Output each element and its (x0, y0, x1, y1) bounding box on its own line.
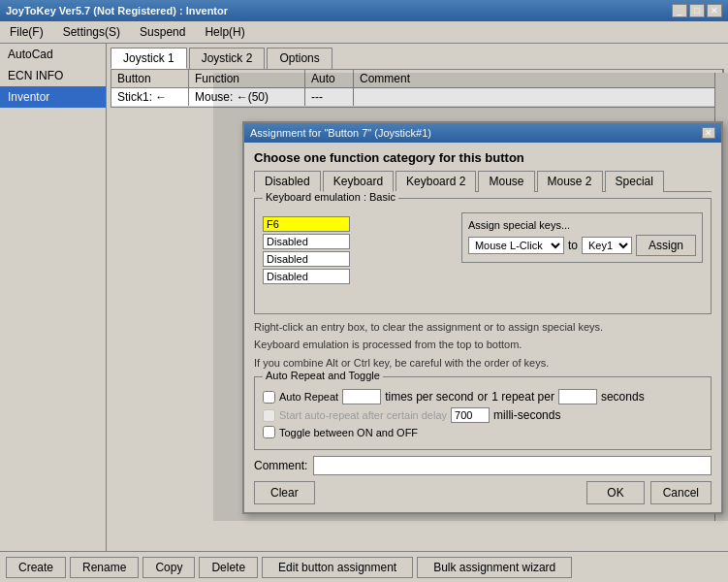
sidebar: AutoCad ECN INFO Inventor (0, 44, 107, 552)
sidebar-item-autocad[interactable]: AutoCad (0, 44, 106, 65)
dialog-tab-bar: Disabled Keyboard Keyboard 2 Mouse Mouse… (254, 171, 712, 192)
tab-disabled[interactable]: Disabled (254, 171, 321, 192)
start-delay-row: Start auto-repeat after certain delay mi… (263, 407, 703, 423)
cancel-button[interactable]: Cancel (650, 481, 712, 504)
menu-suspend[interactable]: Suspend (134, 23, 191, 41)
seconds-input[interactable] (558, 389, 597, 404)
dialog-close-icon[interactable]: ✕ (702, 127, 715, 139)
assign-button[interactable]: Assign (636, 235, 696, 256)
comment-row: Comment: (254, 456, 712, 475)
cell-button: Stick1: ← (111, 88, 189, 106)
menu-file[interactable]: File(F) (4, 23, 49, 41)
ms-input[interactable] (451, 407, 490, 423)
minimize-btn[interactable]: _ (672, 4, 687, 17)
tab-keyboard2[interactable]: Keyboard 2 (396, 171, 476, 192)
copy-button[interactable]: Copy (142, 557, 195, 578)
key-entry-1[interactable] (263, 216, 350, 232)
menu-bar: File(F) Settings(S) Suspend Help(H) (0, 21, 728, 44)
sidebar-item-ecn[interactable]: ECN INFO (0, 65, 106, 86)
dialog-title: Assignment for "Button 7" (Joystick#1) (250, 127, 431, 139)
key-entry-3[interactable] (263, 251, 350, 267)
dialog-body: Choose one function category for this bu… (244, 143, 721, 512)
key-entry-2[interactable] (263, 234, 350, 249)
assign-to-select[interactable]: Key1 Key2 Key3 (582, 237, 632, 254)
comment-input[interactable] (313, 456, 712, 475)
auto-repeat-checkbox[interactable] (263, 391, 275, 404)
sidebar-item-inventor[interactable]: Inventor (0, 86, 106, 108)
auto-repeat-label: Auto Repeat (279, 391, 338, 403)
clear-button[interactable]: Clear (254, 481, 315, 504)
delete-button[interactable]: Delete (199, 557, 258, 578)
key-entries (263, 216, 350, 284)
or-label: or (478, 390, 489, 404)
assign-special-box: Assign special keys... Mouse L-Click Mou… (461, 212, 703, 263)
title-bar: JoyToKey Ver5.7 (Not Registered) : Inven… (0, 0, 728, 21)
bottom-toolbar: Create Rename Copy Delete Edit button as… (0, 551, 728, 582)
menu-help[interactable]: Help(H) (199, 23, 250, 41)
auto-repeat-row: Auto Repeat times per second or 1 repeat… (263, 389, 703, 404)
tab-joystick2[interactable]: Joystick 2 (189, 48, 266, 69)
auto-repeat-group: Auto Repeat and Toggle Auto Repeat times… (254, 376, 712, 450)
assignment-dialog: Assignment for "Button 7" (Joystick#1) ✕… (242, 121, 723, 514)
header-button: Button (111, 70, 189, 87)
tab-options[interactable]: Options (267, 48, 332, 69)
times-input[interactable] (342, 389, 381, 404)
toggle-row: Toggle between ON and OFF (263, 426, 703, 438)
ms-label: milli-seconds (493, 408, 560, 422)
keyboard-emulation-group: Keyboard emulation : Basic Assign specia… (254, 198, 712, 314)
bulk-wizard-button[interactable]: Bulk assignment wizard (417, 557, 572, 578)
rename-button[interactable]: Rename (70, 557, 139, 578)
info-section: Right-click an entry box, to clear the a… (254, 320, 712, 371)
seconds-label: seconds (601, 390, 645, 404)
close-btn[interactable]: ✕ (707, 4, 722, 17)
dialog-heading: Choose one function category for this bu… (254, 150, 712, 165)
create-button[interactable]: Create (6, 557, 66, 578)
dialog-title-bar: Assignment for "Button 7" (Joystick#1) ✕ (244, 123, 721, 143)
main-tab-bar: Joystick 1 Joystick 2 Options (107, 44, 728, 69)
info-text-2: Keyboard emulation is processed from the… (254, 338, 712, 352)
main-container: AutoCad ECN INFO Inventor Joystick 1 Joy… (0, 44, 728, 552)
edit-assignment-button[interactable]: Edit button assignment (262, 557, 413, 578)
group-label: Keyboard emulation : Basic (263, 191, 398, 203)
tab-mouse2[interactable]: Mouse 2 (537, 171, 603, 192)
info-text-1: Right-click an entry box, to clear the a… (254, 320, 712, 335)
start-delay-label: Start auto-repeat after certain delay (279, 409, 447, 421)
tab-joystick1[interactable]: Joystick 1 (111, 48, 187, 69)
to-label: to (568, 239, 578, 252)
tab-keyboard[interactable]: Keyboard (323, 171, 394, 192)
auto-group-label: Auto Repeat and Toggle (263, 370, 383, 381)
assign-special-row: Mouse L-Click Mouse R-Click Mouse M-Clic… (468, 235, 696, 256)
dialog-buttons: Clear OK Cancel (254, 481, 712, 504)
ok-button[interactable]: OK (586, 481, 644, 504)
content-area: Joystick 1 Joystick 2 Options Button Fun… (107, 44, 728, 552)
assign-from-select[interactable]: Mouse L-Click Mouse R-Click Mouse M-Clic… (468, 237, 564, 254)
maximize-btn[interactable]: □ (689, 4, 705, 17)
tab-special[interactable]: Special (605, 171, 664, 192)
tab-mouse[interactable]: Mouse (478, 171, 534, 192)
toggle-checkbox[interactable] (263, 426, 275, 438)
toggle-label: Toggle between ON and OFF (279, 427, 418, 438)
repeat-label: 1 repeat per (491, 390, 554, 404)
app-title: JoyToKey Ver5.7 (Not Registered) : Inven… (6, 5, 228, 16)
info-text-3: If you combine Alt or Ctrl key, be caref… (254, 356, 712, 371)
dialog-overlay: Assignment for "Button 7" (Joystick#1) ✕… (213, 73, 728, 521)
assign-special-label: Assign special keys... (468, 219, 696, 231)
key-entry-4[interactable] (263, 269, 350, 284)
times-label: times per second (385, 390, 473, 404)
comment-label: Comment: (254, 459, 307, 472)
menu-settings[interactable]: Settings(S) (57, 23, 126, 41)
start-delay-checkbox[interactable] (263, 409, 275, 422)
window-controls[interactable]: _ □ ✕ (672, 4, 722, 17)
ok-cancel-group: OK Cancel (586, 481, 712, 504)
